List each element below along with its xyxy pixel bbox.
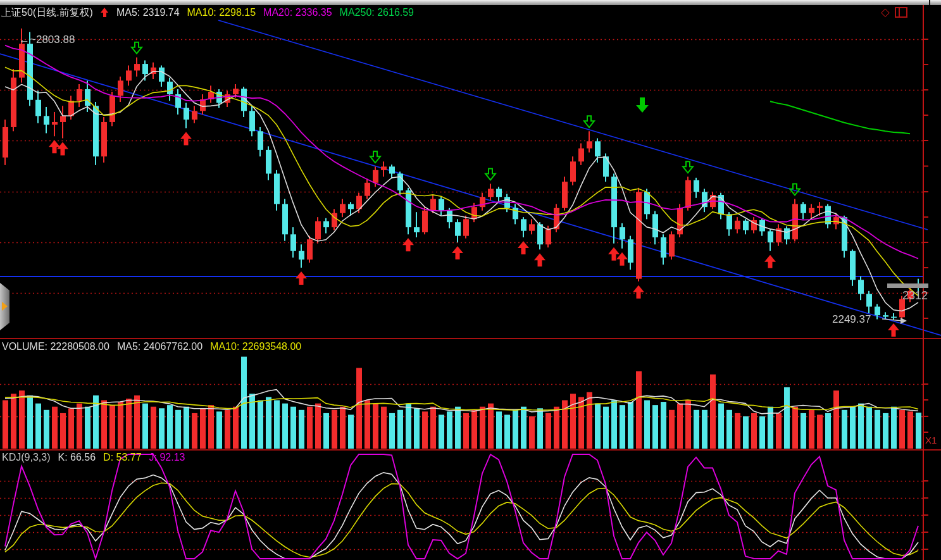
- ma250-value: MA250: 2616.59: [340, 7, 414, 18]
- split-panes-icon[interactable]: [895, 7, 907, 18]
- diamond-icon[interactable]: ◇: [881, 6, 890, 18]
- ma10-value: MA10: 2298.15: [187, 7, 256, 18]
- annotation-arrow-glyph: ←~: [19, 34, 36, 46]
- main-pane-header: 上证50(日线.前复权)MA5: 2319.74MA10: 2298.15MA2…: [1, 6, 421, 20]
- high-price-annotation: ←~2803.88: [19, 34, 75, 46]
- zoom-level-indicator: X1: [925, 435, 937, 445]
- expand-triangle-icon: [2, 302, 8, 311]
- chart-window: 上证50(日线.前复权)MA5: 2319.74MA10: 2298.15MA2…: [0, 0, 941, 560]
- low-price-annotation: 2249.37: [832, 313, 871, 326]
- symbol-title: 上证50(日线.前复权): [1, 7, 93, 18]
- kdj-pane-header: KDJ(9,3,3)K: 66.56D: 53.77J: 92.13: [2, 452, 193, 463]
- current-price-tag: 2312: [902, 289, 928, 302]
- strip-notch: [929, 0, 930, 5]
- volume-value: VOLUME: 22280508.00: [2, 341, 109, 352]
- volume-ma10-value: MA10: 22693548.00: [210, 341, 301, 352]
- sidebar-expand-handle[interactable]: [0, 283, 9, 330]
- top-window-strip: [0, 0, 941, 5]
- ma5-value: MA5: 2319.74: [116, 7, 180, 18]
- volume-ma5-value: MA5: 24067762.00: [117, 341, 203, 352]
- kdj-name: KDJ(9,3,3): [2, 452, 50, 463]
- corner-toolbar: ◇: [881, 5, 907, 19]
- chart-canvas[interactable]: [0, 0, 941, 560]
- low-price-value: 2249.37: [832, 313, 871, 325]
- up-arrow-icon: [101, 8, 109, 17]
- kdj-k-value: K: 66.56: [58, 452, 96, 463]
- current-price-tag-bar: [887, 283, 928, 288]
- ma20-value: MA20: 2336.35: [263, 7, 332, 18]
- volume-pane-header: VOLUME: 22280508.00MA5: 24067762.00MA10:…: [2, 341, 309, 352]
- kdj-d-value: D: 53.77: [103, 452, 141, 463]
- kdj-j-value: J: 92.13: [149, 452, 185, 463]
- high-price-value: 2803.88: [36, 34, 75, 46]
